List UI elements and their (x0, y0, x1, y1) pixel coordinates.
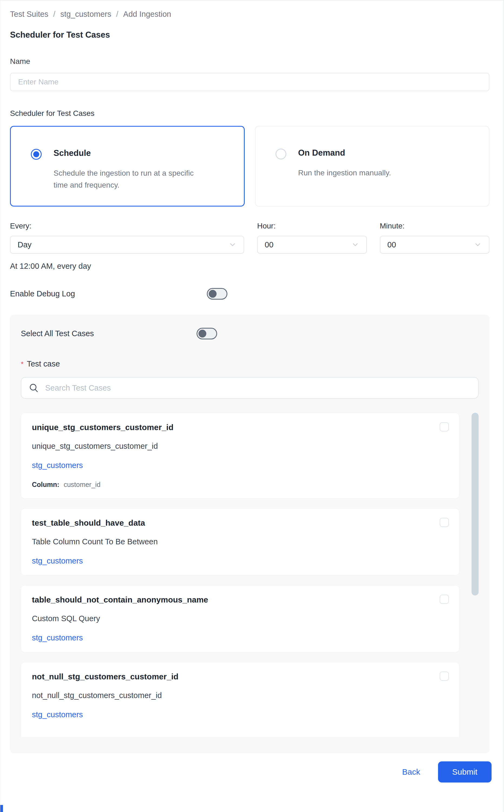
toggle-knob (209, 290, 217, 298)
minute-select-value: 00 (387, 240, 396, 249)
back-button[interactable]: Back (402, 767, 420, 777)
on-demand-option-title: On Demand (298, 148, 391, 158)
breadcrumb-separator: / (53, 10, 55, 19)
enable-debug-log-row: Enable Debug Log (10, 288, 489, 300)
name-input[interactable]: Enter Name (10, 73, 489, 91)
radio-selected-icon[interactable] (31, 149, 42, 160)
test-case-name: not_null_stg_customers_customer_id (32, 672, 448, 681)
submit-button[interactable]: Submit (438, 761, 492, 783)
every-select-value: Day (18, 240, 32, 249)
on-demand-option-card[interactable]: On Demand Run the ingestion manually. (255, 126, 490, 207)
test-case-card: not_null_stg_customers_customer_id not_n… (21, 662, 459, 737)
minute-select[interactable]: 00 (380, 236, 490, 254)
search-icon (28, 382, 39, 393)
footer-actions: Back Submit (0, 753, 503, 791)
schedule-option-title: Schedule (54, 148, 205, 158)
test-case-list: unique_stg_customers_customer_id unique_… (21, 413, 479, 737)
test-case-table-link[interactable]: stg_customers (32, 556, 83, 565)
test-case-description: Custom SQL Query (32, 614, 448, 623)
test-case-checkbox[interactable] (440, 594, 449, 604)
hour-select[interactable]: 00 (257, 236, 367, 254)
breadcrumb-add-ingestion: Add Ingestion (123, 10, 171, 19)
search-placeholder: Search Test Cases (45, 384, 111, 392)
test-case-card: table_should_not_contain_anonymous_name … (21, 585, 459, 652)
chevron-down-icon (228, 241, 237, 249)
list-scrollbar-thumb[interactable] (472, 413, 479, 595)
breadcrumb-stg-customers[interactable]: stg_customers (60, 10, 111, 19)
radio-unselected-icon[interactable] (276, 148, 286, 159)
select-all-toggle[interactable] (197, 328, 217, 339)
enable-debug-log-label: Enable Debug Log (10, 289, 207, 298)
select-all-row: Select All Test Cases (21, 328, 479, 339)
schedule-option-description: Schedule the ingestion to run at a speci… (54, 167, 205, 191)
every-label: Every: (10, 222, 244, 230)
test-case-table-link[interactable]: stg_customers (32, 461, 83, 470)
toggle-knob (198, 330, 206, 338)
minute-label: Minute: (380, 222, 490, 230)
breadcrumb: Test Suites / stg_customers / Add Ingest… (10, 1, 489, 19)
test-case-name: test_table_should_have_data (32, 518, 448, 527)
add-ingestion-page: Test Suites / stg_customers / Add Ingest… (0, 0, 504, 812)
breadcrumb-test-suites[interactable]: Test Suites (10, 10, 48, 19)
test-case-selection-panel: Select All Test Cases * Test case Search… (10, 315, 489, 753)
test-case-field-label: * Test case (21, 359, 479, 368)
test-case-checkbox[interactable] (440, 518, 449, 527)
name-field-label: Name (10, 57, 489, 66)
cron-summary-text: At 12:00 AM, every day (10, 262, 489, 271)
column-value: customer_id (64, 481, 100, 488)
test-case-name: unique_stg_customers_customer_id (32, 423, 448, 432)
schedule-type-options: Schedule Schedule the ingestion to run a… (10, 126, 489, 207)
enable-debug-log-toggle[interactable] (207, 288, 227, 300)
test-case-checkbox[interactable] (440, 422, 449, 431)
hour-label: Hour: (257, 222, 367, 230)
test-case-card: unique_stg_customers_customer_id unique_… (21, 413, 459, 498)
test-case-card: test_table_should_have_data Table Column… (21, 508, 459, 575)
test-case-table-link[interactable]: stg_customers (32, 634, 83, 642)
search-test-cases-input[interactable]: Search Test Cases (21, 377, 479, 399)
on-demand-option-description: Run the ingestion manually. (298, 167, 391, 179)
name-input-placeholder: Enter Name (18, 78, 58, 86)
test-case-checkbox[interactable] (440, 672, 449, 681)
test-case-column-row: Column: customer_id (32, 481, 448, 488)
select-all-label: Select All Test Cases (21, 329, 197, 338)
test-case-description: unique_stg_customers_customer_id (32, 442, 448, 451)
test-case-label-text: Test case (27, 359, 60, 368)
test-case-description: not_null_stg_customers_customer_id (32, 691, 448, 700)
required-asterisk: * (21, 360, 24, 368)
chevron-down-icon (351, 241, 359, 249)
test-case-description: Table Column Count To Be Between (32, 537, 448, 546)
breadcrumb-separator: / (116, 10, 118, 19)
test-case-name: table_should_not_contain_anonymous_name (32, 595, 448, 604)
page-title: Scheduler for Test Cases (10, 30, 489, 40)
scheduler-section-label: Scheduler for Test Cases (10, 109, 489, 118)
column-label: Column: (32, 481, 59, 488)
every-select[interactable]: Day (10, 236, 244, 254)
test-case-table-link[interactable]: stg_customers (32, 710, 83, 719)
hour-select-value: 00 (265, 240, 273, 249)
schedule-option-card[interactable]: Schedule Schedule the ingestion to run a… (10, 126, 245, 207)
cron-settings-row: Every: Day Hour: 00 Minute: 00 (10, 222, 489, 254)
chevron-down-icon (474, 241, 482, 249)
left-edge-accent-strip (0, 805, 3, 812)
